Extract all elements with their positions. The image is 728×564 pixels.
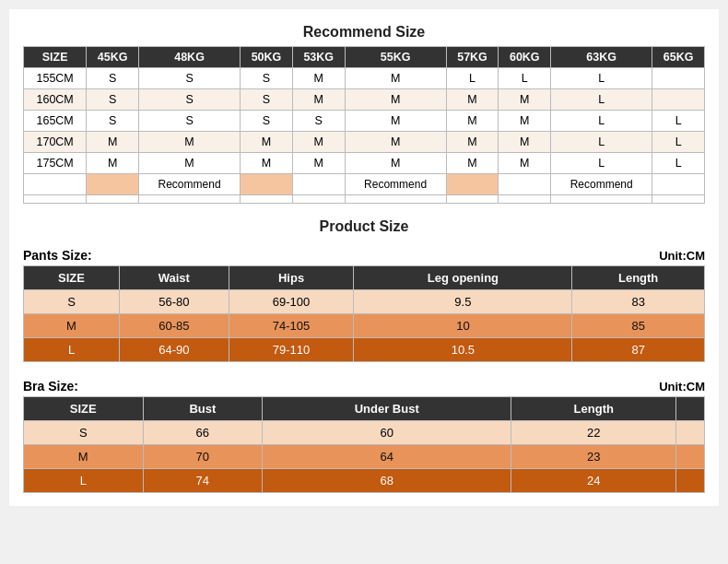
- main-container: Recommend Size SIZE 45KG 48KG 50KG 53KG …: [9, 9, 719, 506]
- col-53kg: 53KG: [292, 47, 345, 68]
- pants-cell: 9.5: [354, 290, 572, 314]
- recommend-cell: Recommend: [551, 174, 652, 195]
- pants-col-waist: Waist: [120, 266, 229, 290]
- pants-cell: M: [24, 314, 120, 338]
- table-row: L746824: [24, 469, 705, 493]
- table-row: 155CMSSSMMLLL: [24, 68, 705, 89]
- bra-cell: [676, 469, 705, 493]
- size-cell: M: [446, 153, 499, 174]
- size-cell: S: [139, 68, 241, 89]
- bra-col-bust: Bust: [143, 397, 263, 421]
- pants-col-hips: Hips: [229, 266, 354, 290]
- size-cell: M: [499, 111, 551, 132]
- bra-unit-label: Unit:CM: [659, 380, 705, 394]
- pants-cell: 64-90: [120, 338, 229, 362]
- recommend-cell: [446, 174, 499, 195]
- bra-cell: [676, 421, 705, 445]
- size-cell: L: [551, 153, 652, 174]
- size-cell: L: [551, 111, 652, 132]
- bra-cell: 68: [263, 469, 511, 493]
- pants-size-header: Pants Size: Unit:CM: [23, 248, 705, 263]
- height-cell: 165CM: [24, 111, 87, 132]
- size-cell: S: [87, 111, 139, 132]
- pants-cell: 69-100: [229, 290, 354, 314]
- size-cell: M: [499, 89, 551, 111]
- size-cell: M: [446, 89, 499, 111]
- size-cell: L: [551, 132, 652, 153]
- col-60kg: 60KG: [499, 47, 551, 68]
- size-cell: S: [139, 111, 241, 132]
- recommend-cell: [499, 174, 551, 195]
- bra-col-underbust: Under Bust: [263, 397, 511, 421]
- table-row: 160CMSSSMMMML: [24, 89, 705, 111]
- col-48kg: 48KG: [139, 47, 241, 68]
- pants-size-table: SIZE Waist Hips Leg opening Length S56-8…: [23, 265, 705, 362]
- pants-col-leg: Leg opening: [354, 266, 572, 290]
- bra-cell: 24: [511, 469, 676, 493]
- empty-row: [24, 195, 705, 204]
- recommend-size-title: Recommend Size: [23, 18, 705, 46]
- recommend-cell: Recommend: [345, 174, 446, 195]
- size-cell: L: [551, 68, 652, 89]
- pants-unit-label: Unit:CM: [659, 249, 705, 263]
- bra-cell: 60: [263, 421, 511, 445]
- recommend-cell: [87, 174, 139, 195]
- size-cell: S: [241, 68, 293, 89]
- bra-cell: M: [24, 445, 144, 469]
- pants-col-length: Length: [572, 266, 705, 290]
- height-cell: 170CM: [24, 132, 87, 153]
- bra-size-header: Bra Size: Unit:CM: [23, 379, 705, 394]
- bra-cell: L: [24, 469, 144, 493]
- size-cell: M: [292, 153, 345, 174]
- product-size-title: Product Size: [23, 213, 705, 241]
- recommend-highlight-row: RecommendRecommendRecommend: [24, 174, 705, 195]
- size-cell: M: [292, 89, 345, 111]
- col-65kg: 65KG: [652, 47, 705, 68]
- size-cell: M: [139, 132, 241, 153]
- bra-cell: [676, 445, 705, 469]
- bra-cell: S: [24, 421, 144, 445]
- size-cell: [652, 68, 705, 89]
- pants-cell: 60-85: [120, 314, 229, 338]
- bra-cell: 23: [511, 445, 676, 469]
- size-cell: M: [499, 153, 551, 174]
- pants-cell: 83: [572, 290, 705, 314]
- bra-col-length: Length: [511, 397, 676, 421]
- bra-cell: 70: [143, 445, 263, 469]
- col-57kg: 57KG: [446, 47, 499, 68]
- size-cell: S: [241, 89, 293, 111]
- size-cell: M: [345, 132, 446, 153]
- bra-cell: 74: [143, 469, 263, 493]
- table-row: M60-8574-1051085: [24, 314, 705, 338]
- table-row: 175CMMMMMMMMLL: [24, 153, 705, 174]
- pants-cell: S: [24, 290, 120, 314]
- table-row: S56-8069-1009.583: [24, 290, 705, 314]
- size-cell: M: [139, 153, 241, 174]
- table-row: M706423: [24, 445, 705, 469]
- table-row: 170CMMMMMMMMLL: [24, 132, 705, 153]
- bra-col-size: SIZE: [24, 397, 144, 421]
- recommend-cell: [292, 174, 345, 195]
- size-cell: [652, 89, 705, 111]
- col-63kg: 63KG: [551, 47, 652, 68]
- size-cell: L: [446, 68, 499, 89]
- pants-cell: 74-105: [229, 314, 354, 338]
- bra-size-table: SIZE Bust Under Bust Length S666022M7064…: [23, 396, 705, 493]
- bra-size-label: Bra Size:: [23, 379, 78, 394]
- pants-col-size: SIZE: [24, 266, 120, 290]
- bra-header-row: SIZE Bust Under Bust Length: [24, 397, 705, 421]
- size-cell: L: [652, 153, 705, 174]
- recommend-cell: [652, 174, 705, 195]
- pants-cell: 85: [572, 314, 705, 338]
- recommend-header-row: SIZE 45KG 48KG 50KG 53KG 55KG 57KG 60KG …: [24, 47, 705, 68]
- pants-header-row: SIZE Waist Hips Leg opening Length: [24, 266, 705, 290]
- pants-cell: L: [24, 338, 120, 362]
- col-45kg: 45KG: [87, 47, 139, 68]
- bra-cell: 66: [143, 421, 263, 445]
- size-cell: M: [345, 111, 446, 132]
- col-50kg: 50KG: [241, 47, 293, 68]
- size-cell: M: [345, 68, 446, 89]
- size-cell: M: [446, 111, 499, 132]
- size-cell: S: [241, 111, 293, 132]
- recommend-size-table: SIZE 45KG 48KG 50KG 53KG 55KG 57KG 60KG …: [23, 46, 705, 204]
